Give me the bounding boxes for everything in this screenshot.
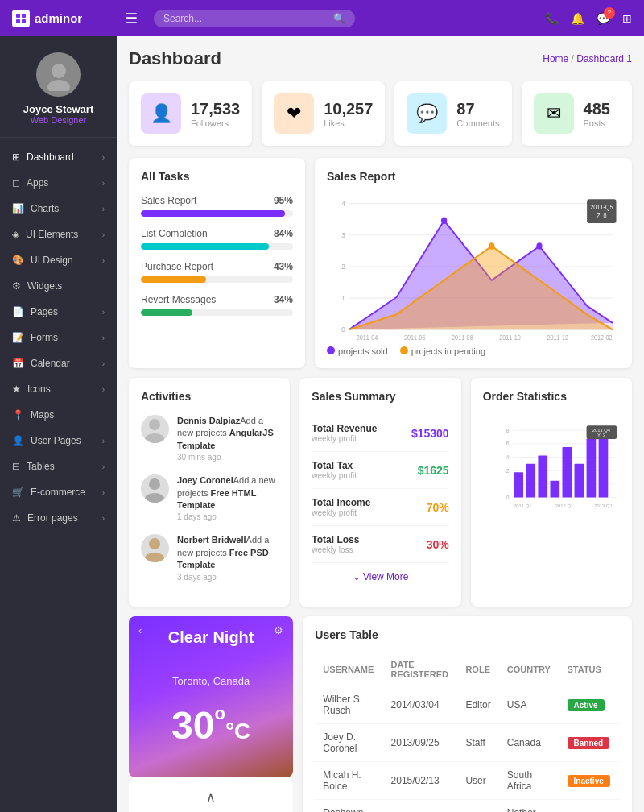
user-name: Joyce Stewart — [8, 103, 109, 115]
page-header: Dashboard Home / Dashboard 1 — [129, 48, 632, 69]
col-country: COUNTRY — [499, 653, 559, 686]
activities-title: Activities — [141, 390, 278, 403]
users-table-card: Users Table USERNAME DATE REGISTERED ROL… — [303, 616, 632, 812]
table-row: Micah H. Boice 2015/02/13 User South Afr… — [315, 761, 620, 799]
activity-time-3: 3 days ago — [177, 572, 278, 583]
summary-tax: Total Taxweekly profit $1625 — [312, 452, 448, 489]
status-badge: Inactive — [568, 775, 610, 787]
col-date: DATE REGISTERED — [383, 653, 458, 686]
svg-point-17 — [536, 242, 542, 249]
sales-summary-card: Sales Summary Total Revenueweekly profit… — [299, 378, 460, 607]
activity-project-3: Free PSD Template — [177, 548, 269, 570]
order-chart-svg: 8 6 4 2 0 — [499, 415, 620, 520]
weather-arrow-up: ∧ — [206, 789, 216, 805]
followers-value: 17,533 — [191, 100, 240, 118]
dashboard-icon: ⊞ — [12, 151, 20, 163]
chevron-icon: › — [102, 153, 105, 162]
activity-item-3: Norbert BridwellAdd a new projects Free … — [141, 534, 278, 582]
svg-point-31 — [145, 493, 164, 503]
svg-rect-0 — [16, 14, 20, 18]
weather-temperature: 30o°C — [141, 703, 281, 748]
design-icon: 🎨 — [12, 255, 24, 266]
sidebar-item-icons[interactable]: ★Icons › — [0, 376, 117, 402]
sales-report-card: Sales Report 4 3 2 1 0 — [315, 158, 632, 368]
task-pct-list: 84% — [274, 228, 293, 239]
summary-loss: Total Lossweekly loss 30% — [312, 526, 448, 563]
weather-description: Clear Night — [141, 628, 281, 647]
svg-text:2011-12: 2011-12 — [547, 334, 568, 340]
breadcrumb-home[interactable]: Home — [543, 53, 568, 64]
summary-revenue: Total Revenueweekly profit $15300 — [312, 415, 448, 452]
cell-country: South Africa — [499, 761, 559, 799]
chevron-icon: › — [102, 308, 105, 317]
sidebar-item-calendar[interactable]: 📅Calendar › — [0, 350, 117, 376]
sidebar-item-charts[interactable]: 📊Charts › — [0, 196, 117, 222]
comments-value: 87 — [456, 100, 499, 118]
bell-nav-icon[interactable]: 🔔 — [571, 12, 584, 25]
weather-settings-icon[interactable]: ⚙ — [274, 624, 283, 636]
chat-nav-icon[interactable]: 💬 2 — [597, 12, 610, 25]
sidebar-item-user-pages[interactable]: 👤User Pages › — [0, 428, 117, 454]
sidebar-item-apps[interactable]: ◻Apps › — [0, 170, 117, 196]
cell-status: Pending — [559, 799, 620, 812]
sales-report-title: Sales Report — [327, 170, 620, 183]
grid-nav-icon[interactable]: ⊞ — [622, 12, 632, 25]
all-tasks-title: All Tasks — [141, 170, 293, 183]
sidebar-item-ui-design[interactable]: 🎨UI Design › — [0, 247, 117, 273]
svg-rect-52 — [598, 430, 608, 498]
hamburger-menu[interactable]: ☰ — [125, 10, 138, 27]
task-pct-revert: 34% — [274, 294, 293, 305]
tables-icon: ⊟ — [12, 461, 20, 472]
cell-role: User — [457, 761, 498, 799]
activity-time-1: 30 mins ago — [177, 452, 278, 463]
task-label-purchase: Purchase Report — [141, 261, 213, 272]
svg-text:3: 3 — [341, 230, 345, 239]
phone-nav-icon[interactable]: 📞 — [545, 12, 559, 25]
search-input[interactable] — [163, 13, 333, 24]
weather-back-button[interactable]: ‹ — [138, 624, 142, 636]
users-table-title: Users Table — [315, 628, 620, 641]
svg-text:2011-08: 2011-08 — [452, 334, 473, 340]
cell-role: Editor — [457, 799, 498, 812]
weather-card: ‹ ⚙ Clear Night Toronto, Canada 30o°C — [129, 616, 293, 777]
posts-value: 485 — [584, 100, 610, 118]
sidebar-item-maps[interactable]: 📍Maps — [0, 402, 117, 428]
sidebar-item-widgets[interactable]: ⚙Widgets — [0, 273, 117, 299]
svg-rect-49 — [562, 447, 572, 498]
stat-cards: 👤 17,533 Followers ❤ 10,257 Likes 💬 — [129, 81, 632, 146]
task-item-list: List Completion 84% — [141, 228, 293, 250]
task-label-revert: Revert Messages — [141, 294, 216, 305]
bottom-three-grid: Activities Dennis DalpiazAdd a new proje… — [129, 378, 632, 607]
svg-point-16 — [441, 218, 447, 224]
activity-avatar-3 — [141, 534, 169, 562]
nav-icons: 📞 🔔 💬 2 ⊞ — [545, 12, 632, 25]
chevron-icon: › — [102, 514, 105, 523]
avatar — [36, 52, 80, 97]
svg-text:2011-Q5: 2011-Q5 — [590, 203, 613, 211]
svg-point-28 — [149, 419, 160, 430]
cell-country: Canada — [499, 723, 559, 761]
svg-point-30 — [149, 478, 160, 490]
weather-bottom: ∧ Yesterday ☀ 28°C Tomorrow ☁ 32°C — [129, 777, 293, 812]
sidebar-item-tables[interactable]: ⊟Tables › — [0, 454, 117, 479]
svg-text:2011-04: 2011-04 — [357, 334, 378, 340]
cell-username: Deshawn B. Nitta — [315, 799, 382, 812]
svg-rect-2 — [16, 19, 20, 23]
activity-name-1: Dennis Dalpiaz — [177, 416, 240, 425]
svg-text:2011 Q4: 2011 Q4 — [592, 428, 610, 433]
sidebar-item-dashboard[interactable]: ⊞Dashboard › — [0, 144, 117, 170]
activity-avatar-2 — [141, 474, 169, 503]
cell-status: Active — [559, 686, 620, 723]
sidebar-item-ecommerce[interactable]: 🛒E-commerce › — [0, 479, 117, 505]
maps-icon: 📍 — [12, 409, 24, 420]
sales-summary-view-more[interactable]: ⌄ View More — [312, 563, 448, 582]
sidebar-item-error-pages[interactable]: ⚠Error pages › — [0, 505, 117, 531]
sidebar-item-pages[interactable]: 📄Pages › — [0, 299, 117, 325]
sidebar-item-forms[interactable]: 📝Forms › — [0, 325, 117, 350]
sidebar-item-ui-elements[interactable]: ◈UI Elements › — [0, 222, 117, 247]
user-role: Web Designer — [8, 115, 109, 125]
svg-text:8: 8 — [506, 428, 509, 433]
cell-username: Wilber S. Rusch — [315, 686, 382, 723]
svg-text:2011-06: 2011-06 — [404, 334, 426, 340]
table-row: Joey D. Coronel 2013/09/25 Staff Canada … — [315, 723, 620, 761]
